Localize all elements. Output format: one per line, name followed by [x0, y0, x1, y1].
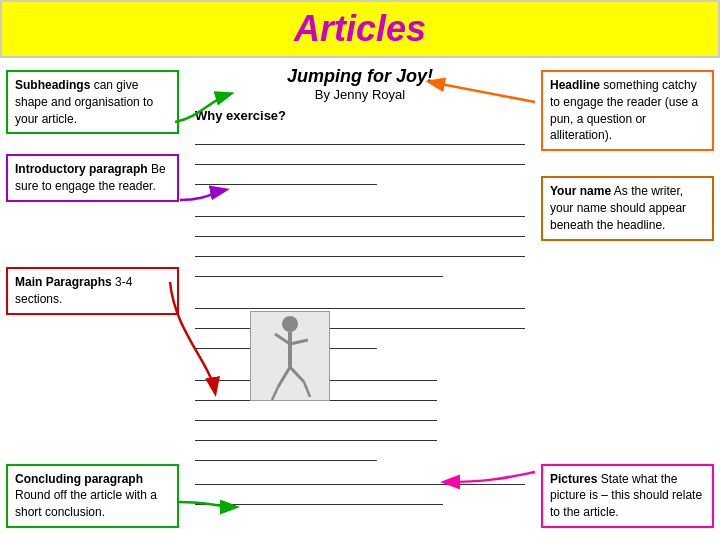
- introductory-label: Introductory paragraph: [15, 162, 148, 176]
- article-line: [195, 239, 525, 257]
- article-line: [195, 219, 525, 237]
- article-line: [195, 487, 443, 505]
- article-byline: By Jenny Royal: [287, 87, 433, 102]
- article-line: [195, 311, 525, 329]
- pictures-label: Pictures: [550, 472, 597, 486]
- article-section-with-image: [195, 361, 525, 463]
- article-lines-intro: [195, 127, 525, 187]
- main-paragraphs-box: Main Paragraphs 3-4 sections.: [6, 267, 179, 315]
- pictures-box: Pictures State what the picture is – thi…: [541, 464, 714, 528]
- svg-line-4: [290, 340, 308, 344]
- svg-line-5: [278, 367, 290, 387]
- main-paragraphs-label: Main Paragraphs: [15, 275, 112, 289]
- article-line: [195, 423, 437, 441]
- svg-line-7: [272, 387, 278, 400]
- svg-point-1: [282, 316, 298, 332]
- why-exercise-label: Why exercise?: [195, 108, 286, 123]
- your-name-box: Your name As the writer, your name shoul…: [541, 176, 714, 240]
- article-line: [195, 403, 437, 421]
- main-layout: Subheadings can give shape and organisat…: [0, 58, 720, 540]
- article-header: Jumping for Joy! By Jenny Royal: [287, 66, 433, 102]
- center-column: Jumping for Joy! By Jenny Royal Why exer…: [185, 58, 535, 540]
- your-name-label: Your name: [550, 184, 611, 198]
- title-bar: Articles: [0, 0, 720, 58]
- svg-line-3: [275, 334, 290, 344]
- headline-box: Headline something catchy to engage the …: [541, 70, 714, 151]
- article-lines-concluding: [195, 467, 525, 507]
- subheadings-label: Subheadings: [15, 78, 90, 92]
- article-line: [195, 127, 525, 145]
- concluding-label: Concluding paragraph: [15, 472, 143, 486]
- article-image: [250, 311, 330, 401]
- svg-line-8: [304, 382, 310, 397]
- introductory-box: Introductory paragraph Be sure to engage…: [6, 154, 179, 202]
- article-line: [195, 259, 443, 277]
- article-title: Jumping for Joy!: [287, 66, 433, 87]
- left-column: Subheadings can give shape and organisat…: [0, 58, 185, 540]
- concluding-box: Concluding paragraph Round off the artic…: [6, 464, 179, 528]
- article-line: [195, 467, 525, 485]
- article-line: [195, 147, 525, 165]
- page-title: Articles: [2, 8, 718, 50]
- person-figure: [260, 312, 320, 401]
- headline-label: Headline: [550, 78, 600, 92]
- article-line: [195, 199, 525, 217]
- right-column: Headline something catchy to engage the …: [535, 58, 720, 540]
- concluding-text: Round off the article with a short concl…: [15, 488, 157, 519]
- svg-line-6: [290, 367, 304, 382]
- article-lines-s3: [195, 291, 525, 351]
- subheadings-box: Subheadings can give shape and organisat…: [6, 70, 179, 134]
- article-line: [195, 291, 525, 309]
- article-line: [195, 443, 377, 461]
- article-line: [195, 167, 377, 185]
- article-lines-s2: [195, 199, 525, 279]
